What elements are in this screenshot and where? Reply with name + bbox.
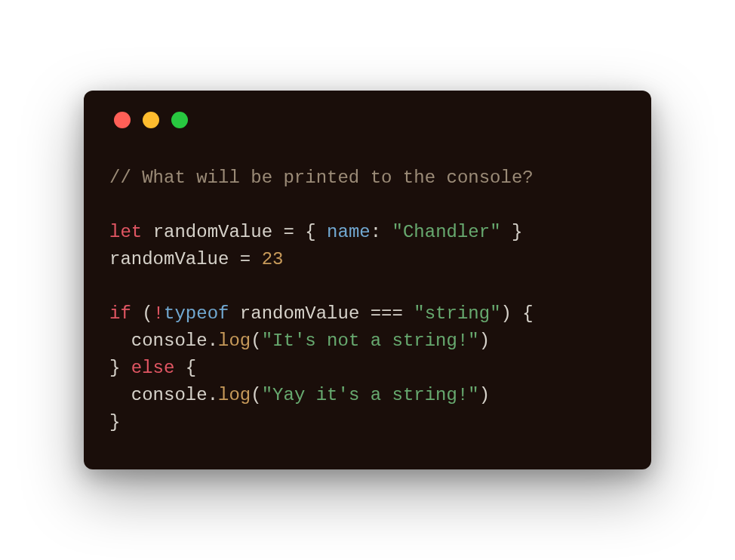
method-log: log [218,385,251,405]
code-block: // What will be printed to the console? … [109,165,626,436]
string-literal: "It's not a string!" [262,331,479,351]
keyword-else: else [131,358,175,378]
paren: ( [251,385,261,405]
operator-eqeqeq: === [359,303,414,324]
punct: = [272,222,305,242]
identifier: randomValue [240,303,359,324]
code-comment: // What will be printed to the console? [109,168,534,188]
string-literal: "Yay it's a string!" [262,385,479,405]
method-log: log [218,331,251,351]
number-literal: 23 [262,249,284,269]
identifier-console: console [131,331,208,351]
keyword-let: let [109,222,142,242]
brace: } [109,412,120,432]
dot: . [208,385,218,405]
identifier: randomValue [153,222,272,242]
operator-not: ! [153,303,164,324]
brace: { [174,358,196,378]
traffic-lights [114,112,626,128]
minimize-icon[interactable] [143,112,159,128]
paren: ) [479,385,490,405]
property-name: name [327,222,371,242]
indent [109,331,131,351]
brace: } [109,358,131,378]
paren: ) [479,331,490,351]
punct: = [229,249,261,269]
punct: : [371,222,392,242]
indent [109,385,131,405]
punct: ( [131,303,153,324]
keyword-typeof: typeof [164,303,229,324]
maximize-icon[interactable] [171,112,188,128]
keyword-if: if [109,303,131,324]
close-icon[interactable] [114,112,131,128]
identifier: randomValue [109,249,229,269]
brace: { [305,222,327,242]
brace: } [501,222,523,242]
paren: ( [251,331,261,351]
string-literal: "string" [414,303,500,324]
identifier-console: console [131,385,208,405]
dot: . [208,331,218,351]
string-literal: "Chandler" [392,222,501,242]
space [229,303,239,324]
code-window: // What will be printed to the console? … [84,91,651,469]
punct: ) { [501,303,534,324]
